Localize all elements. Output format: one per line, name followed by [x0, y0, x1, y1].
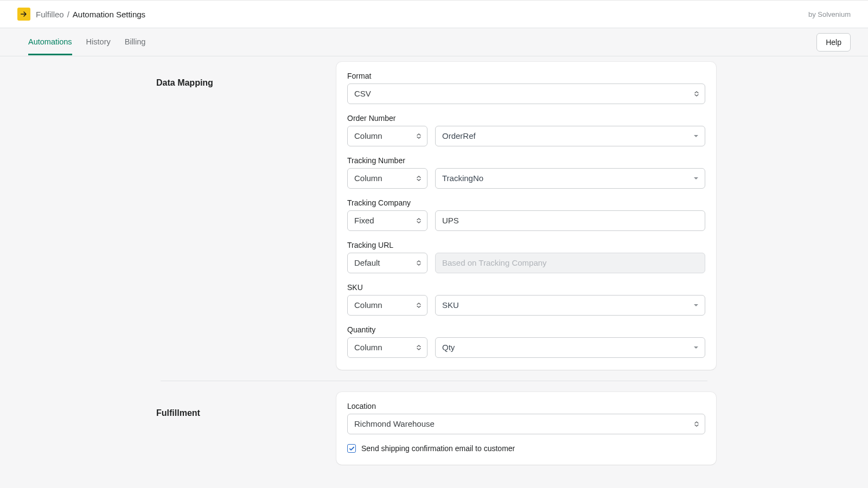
breadcrumb-text: Fulfilleo / Automation Settings: [36, 10, 145, 19]
label-location: Location: [347, 402, 705, 410]
section-data-mapping: Data Mapping Format CSV Order Number Col…: [141, 62, 727, 370]
field-quantity: Quantity Column Qty: [347, 325, 705, 358]
format-select[interactable]: CSV: [347, 84, 705, 104]
tabs: Automations History Billing: [28, 29, 145, 55]
content: Data Mapping Format CSV Order Number Col…: [141, 56, 727, 481]
arrow-right-icon: [20, 10, 28, 18]
label-tracking-url: Tracking URL: [347, 241, 705, 249]
section-divider: [161, 381, 707, 381]
breadcrumb: Fulfilleo / Automation Settings: [17, 8, 145, 21]
field-tracking-number: Tracking Number Column TrackingNo: [347, 156, 705, 189]
field-tracking-company: Tracking Company Fixed UPS: [347, 198, 705, 231]
breadcrumb-separator: /: [67, 10, 69, 19]
section-fulfillment: Fulfillment Location Richmond Warehouse …: [141, 392, 727, 465]
label-order-number: Order Number: [347, 114, 705, 123]
card-fulfillment: Location Richmond Warehouse Send shippin…: [336, 392, 716, 465]
page-title: Automation Settings: [73, 10, 145, 19]
tabs-bar: Automations History Billing Help: [0, 28, 868, 56]
tab-automations[interactable]: Automations: [28, 29, 72, 55]
field-tracking-url: Tracking URL Default Based on Tracking C…: [347, 241, 705, 273]
quantity-column-combo[interactable]: Qty: [435, 337, 705, 358]
sku-mode-select[interactable]: Column: [347, 295, 427, 316]
field-sku: SKU Column SKU: [347, 283, 705, 316]
notify-customer-label: Send shipping confirmation email to cust…: [361, 444, 515, 453]
tab-history[interactable]: History: [86, 29, 111, 55]
field-location: Location Richmond Warehouse: [347, 402, 705, 434]
section-title-data-mapping: Data Mapping: [152, 78, 326, 88]
field-order-number: Order Number Column OrderRef: [347, 114, 705, 146]
location-select[interactable]: Richmond Warehouse: [347, 414, 705, 434]
notify-customer-checkbox[interactable]: [347, 444, 356, 453]
topbar: Fulfilleo / Automation Settings by Solve…: [0, 0, 868, 28]
tracking-number-column-combo[interactable]: TrackingNo: [435, 168, 705, 189]
help-button[interactable]: Help: [816, 33, 851, 52]
label-tracking-company: Tracking Company: [347, 198, 705, 207]
card-data-mapping: Format CSV Order Number Column: [336, 62, 716, 370]
field-notify-customer: Send shipping confirmation email to cust…: [347, 444, 705, 453]
byline: by Solvenium: [808, 10, 851, 18]
tracking-url-mode-select[interactable]: Default: [347, 253, 427, 273]
label-tracking-number: Tracking Number: [347, 156, 705, 165]
order-number-mode-select[interactable]: Column: [347, 126, 427, 146]
app-logo: [17, 8, 30, 21]
breadcrumb-app[interactable]: Fulfilleo: [36, 10, 64, 19]
label-format: Format: [347, 72, 705, 80]
label-sku: SKU: [347, 283, 705, 292]
section-title-fulfillment: Fulfillment: [152, 408, 326, 418]
check-icon: [349, 446, 355, 452]
quantity-mode-select[interactable]: Column: [347, 337, 427, 358]
select-wrap-format: CSV: [347, 84, 705, 104]
field-format: Format CSV: [347, 72, 705, 104]
order-number-column-combo[interactable]: OrderRef: [435, 126, 705, 146]
tracking-company-mode-select[interactable]: Fixed: [347, 210, 427, 231]
sku-column-combo[interactable]: SKU: [435, 295, 705, 316]
tracking-number-mode-select[interactable]: Column: [347, 168, 427, 189]
tracking-company-input[interactable]: UPS: [435, 210, 705, 231]
tab-billing[interactable]: Billing: [125, 29, 146, 55]
label-quantity: Quantity: [347, 325, 705, 334]
tracking-url-disabled-input: Based on Tracking Company: [435, 253, 705, 273]
